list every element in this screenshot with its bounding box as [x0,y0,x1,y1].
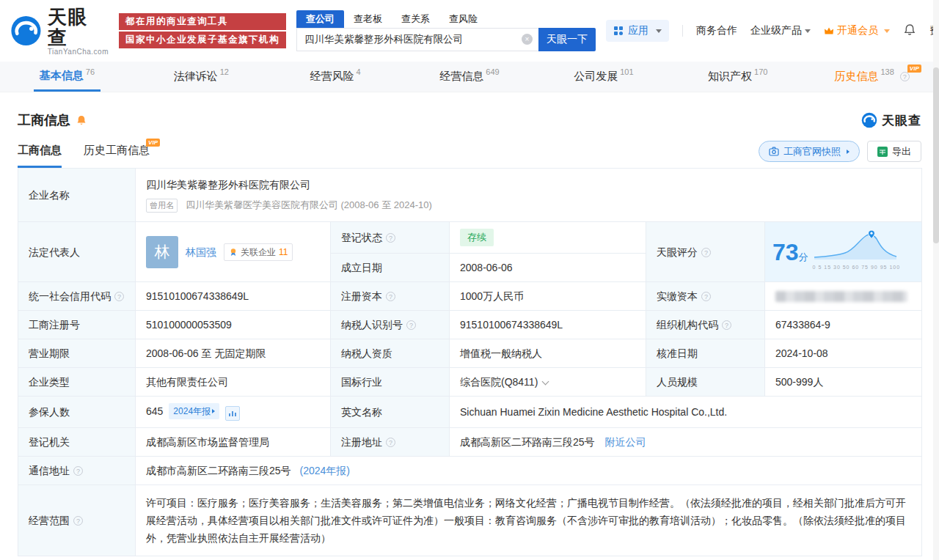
tianyancha-logo[interactable]: 天眼查 TianYanCha.com [10,7,109,56]
help-icon[interactable]: ? [386,438,395,447]
insured-count: 645 [146,405,163,417]
search-tab-boss[interactable]: 查老板 [344,10,392,28]
field-label: 英文名称 [331,397,450,428]
tab-count: 76 [86,67,95,76]
field-label: 纳税人资质 [331,339,450,368]
tab-history-info[interactable]: 历史信息 138 ? VIP [805,62,939,92]
annual-report-link[interactable]: (2024年报) [299,465,349,476]
legal-rep-link[interactable]: 林国强 [186,245,216,259]
credit-code-cell: 91510100674338649L [136,282,331,311]
search-block: 查公司 查老板 查关系 查风险 × 天眼一下 [296,10,596,51]
subtab-business-info[interactable]: 工商信息 [18,144,62,168]
tab-operational-risk[interactable]: 经营风险 4 [268,62,403,92]
search-tab-company[interactable]: 查公司 [296,10,344,28]
field-label: 营业期限 [18,339,136,368]
chevron-down-icon [656,29,662,33]
help-icon[interactable]: ? [114,292,124,301]
annual-report-badge[interactable]: 2024年报 [169,403,219,419]
company-nav-tabs: 基本信息 76 法律诉讼 12 经营风险 4 经营信息 649 公司发展 [0,62,939,92]
search-input[interactable] [296,28,538,51]
field-label: 纳税人识别号? [331,311,450,339]
help-icon[interactable]: ? [386,233,395,243]
score-axis-labels: 0 5 15 30 50 60 75 90 95 100 [813,260,900,275]
reg-address-cell: 成都高新区二环路南三段25号 附近公司 [450,428,922,457]
field-label: 注册资本? [331,282,450,311]
search-tab-relation[interactable]: 查关系 [392,10,439,28]
nav-cooperation[interactable]: 商务合作 [696,24,737,37]
score-unit: 分 [799,251,808,262]
reg-number-cell: 510100000053509 [136,311,331,339]
nav-open-vip[interactable]: 开通会员 [824,24,890,37]
search-row: × 天眼一下 [296,28,596,51]
help-icon[interactable]: ? [900,72,910,81]
tianyancha-logo-icon [861,112,877,128]
search-button[interactable]: 天眼一下 [538,28,596,51]
tab-company-development[interactable]: 公司发展 101 [536,62,671,92]
clear-icon[interactable]: × [522,34,533,45]
nav-enterprise[interactable]: 企业级产品 [750,24,811,37]
nearby-companies-link[interactable]: 附近公司 [604,436,646,448]
tab-legal-proceedings[interactable]: 法律诉讼 12 [134,62,268,92]
tab-basic-info[interactable]: 基本信息 76 [0,62,134,92]
industry-value: 综合医院(Q8411) [460,376,538,388]
table-row: 法定代表人 林 林国强 关联企业 11 [18,222,922,254]
tab-label: 经营信息 [439,70,483,84]
help-icon[interactable]: ? [406,320,416,330]
tab-intellectual-property[interactable]: 知识产权 170 [671,62,805,92]
status-badge: 存续 [460,229,494,246]
alert-bell-icon[interactable] [76,114,87,127]
business-info-table: 企业名称 四川华美紫馨整形外科医院有限公司 曾用名 四川华美紫馨医学美容医院有限… [18,168,922,556]
chevron-down-icon[interactable] [542,378,549,386]
promo-banner: 都在用的商业查询工具 国家中小企业发展子基金旗下机构 [119,13,286,48]
reg-authority-cell: 成都高新区市场监督管理局 [136,428,331,457]
scrollbar-thumb[interactable] [933,67,939,243]
reg-status-cell: 存续 [450,222,646,254]
related-companies-badge[interactable]: 关联企业 11 [224,243,293,261]
tab-label: 法律诉讼 [174,70,218,84]
help-icon[interactable]: ? [386,292,395,301]
subtab-row: 工商信息 历史工商信息 VIP 工商官网快照 [18,141,921,168]
compare-icon[interactable] [225,406,240,421]
brand-name: 天眼查 [48,7,109,48]
company-name-cell: 四川华美紫馨整形外科医院有限公司 曾用名 四川华美紫馨医学美容医院有限公司 (2… [136,169,922,222]
paid-capital-cell [765,282,922,311]
section-actions: 工商官网快照 导出 [759,141,921,168]
help-icon[interactable]: ? [701,248,711,257]
page: 天眼查 TianYanCha.com 都在用的商业查询工具 国家中小企业发展子基… [0,0,939,556]
help-icon[interactable]: ? [701,292,711,301]
official-snapshot-button[interactable]: 工商官网快照 [759,141,860,162]
nav-apps[interactable]: 应用 [606,20,669,42]
tianyan-score-cell[interactable]: 73分 0 5 15 30 50 60 75 90 95 100 [765,222,922,282]
former-name-tag: 曾用名 [146,199,178,213]
notification-bell-icon[interactable] [903,23,916,39]
score-value: 73 [772,239,799,265]
field-label: 登记状态? [331,222,450,254]
export-button[interactable]: 导出 [867,141,921,162]
help-icon[interactable]: ? [722,320,731,330]
search-tab-risk[interactable]: 查风险 [439,10,487,28]
nav-apps-label: 应用 [628,24,648,37]
arrow-right-icon [212,409,215,413]
tab-count: 649 [486,67,499,76]
legal-rep-avatar[interactable]: 林 [146,236,178,268]
tab-business-info[interactable]: 经营信息 649 [403,62,537,92]
top-nav: 应用 商务合作 企业级产品 开通会员 费 [606,20,939,42]
related-count: 11 [279,245,288,259]
business-info-section: 工商信息 天眼查 工商信息 历史工商信息 VIP [0,92,939,556]
staff-size-cell: 500-999人 [765,368,922,397]
help-icon[interactable]: ? [73,516,83,526]
field-label: 企业类型 [18,368,136,397]
mail-address-cell: 成都市高新区二环路南三段25号 (2024年报) [136,457,922,485]
table-row: 企业类型 其他有限责任公司 国标行业 综合医院(Q8411) 人员规模 500-… [18,368,922,397]
help-icon[interactable]: ? [73,466,83,476]
logo-text: 天眼查 TianYanCha.com [48,7,109,56]
field-label: 法定代表人 [18,222,136,282]
tab-label: 公司发展 [574,70,618,84]
taxpayer-id-cell: 91510100674338649L [450,311,646,339]
subtab-history-business-info[interactable]: 历史工商信息 VIP [84,144,150,168]
snapshot-button-label: 工商官网快照 [783,145,841,158]
arrow-right-icon [847,150,850,154]
subtab-label: 历史工商信息 [84,144,150,156]
excel-icon [877,147,888,157]
related-label: 关联企业 [241,245,276,259]
